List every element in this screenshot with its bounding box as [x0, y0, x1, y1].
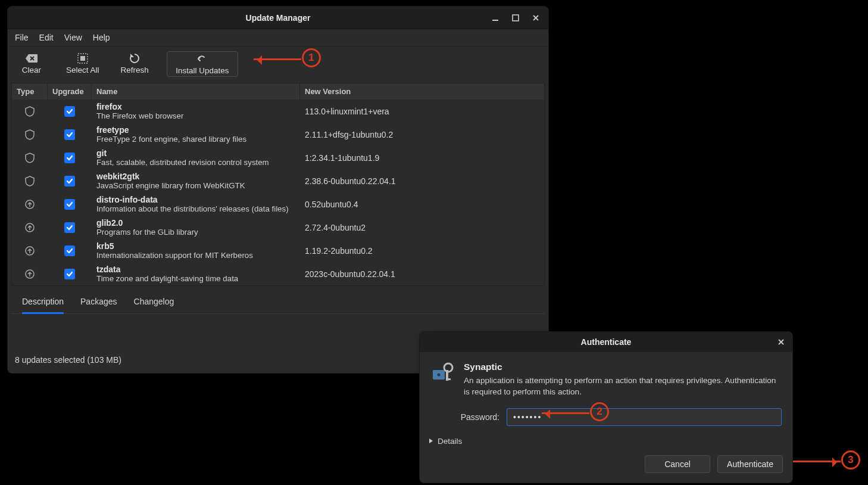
annotation-arrow-3 — [793, 461, 841, 462]
menu-help[interactable]: Help — [93, 33, 110, 42]
password-label: Password: — [430, 412, 499, 422]
table-row[interactable]: tzdataTime zone and daylight-saving time… — [12, 262, 544, 285]
package-description: FreeType 2 font engine, shared library f… — [96, 135, 295, 144]
col-name[interactable]: Name — [92, 83, 300, 100]
col-version[interactable]: New Version — [300, 83, 544, 100]
dialog-close-button[interactable] — [775, 335, 788, 349]
table-row[interactable]: glib2.0Programs for the GLib library2.72… — [12, 216, 544, 239]
details-label: Details — [438, 437, 462, 446]
window-controls — [485, 7, 546, 29]
select-all-label: Select All — [66, 66, 99, 74]
table-row[interactable]: freetypeFreeType 2 font engine, shared l… — [12, 123, 544, 146]
package-description: Time zone and daylight-saving time data — [96, 274, 295, 283]
toolbar: Clear Select All Refresh Install Updates — [8, 46, 548, 83]
upgrade-checkbox[interactable] — [64, 176, 75, 186]
shield-icon — [12, 176, 48, 186]
upgrade-icon — [12, 246, 48, 256]
annotation-1: 1 — [302, 48, 321, 67]
update-manager-window: Update Manager File Edit View Help Clear — [7, 6, 549, 374]
table-header: Type Upgrade Name New Version — [12, 83, 544, 100]
select-all-button[interactable]: Select All — [63, 51, 103, 77]
table-row[interactable]: distro-info-dataInformation about the di… — [12, 192, 544, 216]
window-title: Update Manager — [246, 13, 311, 23]
package-name: krb5 — [96, 241, 295, 251]
package-name: git — [96, 148, 295, 158]
svg-rect-0 — [492, 20, 498, 21]
dialog-message: An application is attempting to perform … — [464, 375, 782, 397]
package-version: 113.0+linuxmint1+vera — [300, 107, 544, 116]
tab-changelog[interactable]: Changelog — [134, 297, 174, 313]
menu-view[interactable]: View — [64, 33, 82, 42]
svg-rect-3 — [80, 56, 85, 61]
upgrade-checkbox[interactable] — [64, 199, 75, 210]
authenticate-button[interactable]: Authenticate — [717, 455, 783, 473]
clear-label: Clear — [22, 66, 41, 74]
package-version: 2.38.6-0ubuntu0.22.04.1 — [300, 176, 544, 186]
updates-table: Type Upgrade Name New Version firefoxThe… — [11, 83, 545, 286]
refresh-label: Refresh — [121, 66, 149, 74]
table-row[interactable]: gitFast, scalable, distributed revision … — [12, 146, 544, 169]
menu-file[interactable]: File — [15, 33, 29, 42]
close-button[interactable] — [526, 7, 546, 29]
annotation-arrow-1 — [254, 58, 301, 60]
package-description: JavaScript engine library from WebKitGTK — [96, 181, 295, 190]
svg-rect-11 — [446, 378, 451, 380]
chevron-right-icon — [428, 437, 434, 446]
upgrade-checkbox[interactable] — [64, 153, 75, 163]
package-version: 2.72.4-0ubuntu2 — [300, 223, 544, 232]
refresh-icon — [128, 52, 141, 64]
install-updates-button[interactable]: Install Updates — [167, 51, 238, 77]
upgrade-icon — [12, 223, 48, 232]
package-name: firefox — [96, 102, 295, 111]
package-name: webkit2gtk — [96, 172, 295, 181]
upgrade-checkbox[interactable] — [64, 106, 75, 117]
refresh-button[interactable]: Refresh — [117, 51, 152, 77]
shield-icon — [12, 106, 48, 117]
package-name: distro-info-data — [96, 195, 295, 204]
col-upgrade[interactable]: Upgrade — [48, 83, 92, 100]
clear-button[interactable]: Clear — [15, 51, 48, 77]
upgrade-icon — [12, 269, 48, 279]
upgrade-checkbox[interactable] — [64, 269, 75, 279]
upgrade-checkbox[interactable] — [64, 129, 75, 140]
package-name: tzdata — [96, 265, 295, 274]
lock-key-icon — [430, 362, 455, 397]
upgrade-checkbox[interactable] — [64, 245, 75, 256]
svg-rect-1 — [513, 15, 519, 21]
package-name: glib2.0 — [96, 218, 295, 228]
package-version: 2.11.1+dfsg-1ubuntu0.2 — [300, 130, 544, 139]
col-type[interactable]: Type — [12, 83, 48, 100]
upgrade-checkbox[interactable] — [64, 222, 75, 233]
menu-edit[interactable]: Edit — [39, 33, 54, 42]
cancel-button[interactable]: Cancel — [645, 455, 710, 473]
menubar: File Edit View Help — [8, 29, 548, 46]
package-version: 1:2.34.1-1ubuntu1.9 — [300, 153, 544, 163]
package-name: freetype — [96, 125, 295, 135]
table-row[interactable]: webkit2gtkJavaScript engine library from… — [12, 169, 544, 192]
tab-description[interactable]: Description — [22, 297, 64, 314]
table-row[interactable]: krb5Internationalization support for MIT… — [12, 239, 544, 262]
table-row[interactable]: firefoxThe Firefox web browser113.0+linu… — [12, 100, 544, 123]
dialog-titlebar[interactable]: Authenticate — [420, 332, 792, 352]
status-text: 8 updates selected (103 MB) — [15, 355, 121, 365]
package-description: Internationalization support for MIT Ker… — [96, 251, 295, 260]
package-description: The Firefox web browser — [96, 111, 295, 120]
minimize-button[interactable] — [485, 7, 505, 29]
titlebar[interactable]: Update Manager — [8, 7, 548, 29]
dialog-heading: Synaptic — [464, 362, 782, 372]
shield-icon — [12, 129, 48, 140]
shield-icon — [12, 153, 48, 163]
tab-packages[interactable]: Packages — [80, 297, 117, 313]
maximize-button[interactable] — [505, 7, 526, 29]
annotation-2: 2 — [590, 402, 609, 421]
details-expander[interactable]: Details — [420, 430, 792, 449]
package-version: 0.52ubuntu0.4 — [300, 200, 544, 209]
backspace-icon — [25, 52, 38, 64]
info-tabs: Description Packages Changelog — [11, 290, 545, 314]
select-all-icon — [76, 52, 89, 64]
install-label: Install Updates — [176, 66, 229, 75]
package-description: Fast, scalable, distributed revision con… — [96, 158, 295, 167]
package-description: Programs for the GLib library — [96, 228, 295, 237]
package-version: 1.19.2-2ubuntu0.2 — [300, 246, 544, 256]
package-description: Information about the distributions' rel… — [96, 204, 295, 213]
